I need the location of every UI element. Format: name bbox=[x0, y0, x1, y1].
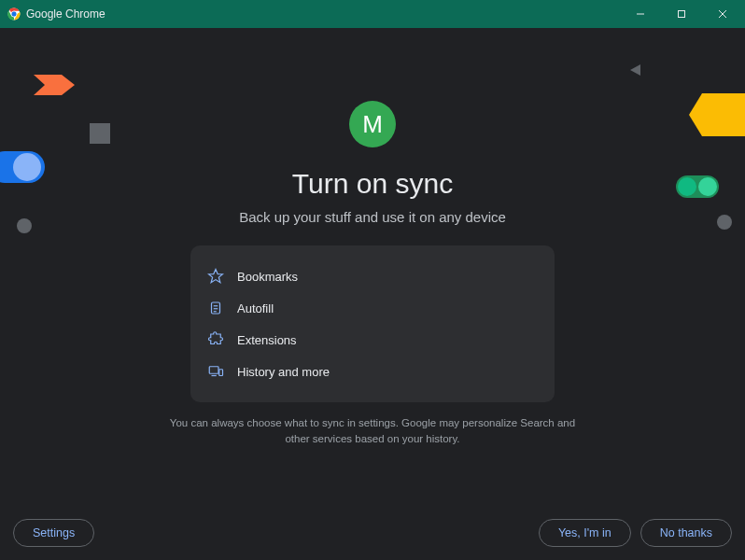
main-column: M Turn on sync Back up your stuff and us… bbox=[0, 84, 745, 448]
window-controls bbox=[620, 0, 743, 28]
puzzle-icon bbox=[207, 331, 224, 348]
avatar-initial: M bbox=[362, 110, 383, 139]
footer-right: Yes, I'm in No thanks bbox=[539, 519, 732, 547]
sync-item-extensions: Extensions bbox=[207, 324, 538, 356]
svg-marker-9 bbox=[630, 64, 640, 76]
page-subtitle: Back up your stuff and use it on any dev… bbox=[239, 209, 506, 225]
sync-item-label: Bookmarks bbox=[237, 270, 298, 284]
minimize-button[interactable] bbox=[620, 0, 661, 28]
sync-item-autofill: Autofill bbox=[207, 292, 538, 324]
page-title: Turn on sync bbox=[292, 168, 453, 200]
chrome-icon bbox=[7, 7, 21, 21]
devices-icon bbox=[207, 363, 224, 380]
window-title: Google Chrome bbox=[26, 7, 105, 21]
avatar: M bbox=[349, 101, 396, 147]
svg-point-2 bbox=[12, 12, 17, 17]
sync-item-label: Autofill bbox=[237, 301, 274, 315]
sync-item-label: History and more bbox=[237, 365, 330, 379]
svg-rect-16 bbox=[209, 367, 218, 374]
footer: Settings Yes, I'm in No thanks bbox=[0, 519, 745, 547]
decor-triangle-icon bbox=[627, 62, 644, 82]
titlebar-left: Google Chrome bbox=[7, 7, 105, 21]
confirm-button[interactable]: Yes, I'm in bbox=[539, 519, 631, 547]
svg-marker-11 bbox=[209, 270, 223, 283]
settings-button[interactable]: Settings bbox=[13, 519, 94, 547]
svg-rect-5 bbox=[679, 11, 685, 18]
content-area: M Turn on sync Back up your stuff and us… bbox=[0, 28, 745, 560]
decline-button[interactable]: No thanks bbox=[640, 519, 732, 547]
clipboard-icon bbox=[207, 300, 224, 316]
svg-rect-18 bbox=[219, 370, 223, 376]
sync-items-card: Bookmarks Autofill Extensions History an… bbox=[190, 245, 555, 402]
star-icon bbox=[207, 268, 224, 285]
sync-item-label: Extensions bbox=[237, 333, 297, 347]
maximize-button[interactable] bbox=[661, 0, 702, 28]
titlebar: Google Chrome bbox=[0, 0, 745, 28]
close-button[interactable] bbox=[702, 0, 743, 28]
disclaimer-text: You can always choose what to sync in se… bbox=[167, 415, 578, 448]
sync-item-bookmarks: Bookmarks bbox=[207, 260, 538, 292]
sync-item-history: History and more bbox=[207, 356, 538, 387]
